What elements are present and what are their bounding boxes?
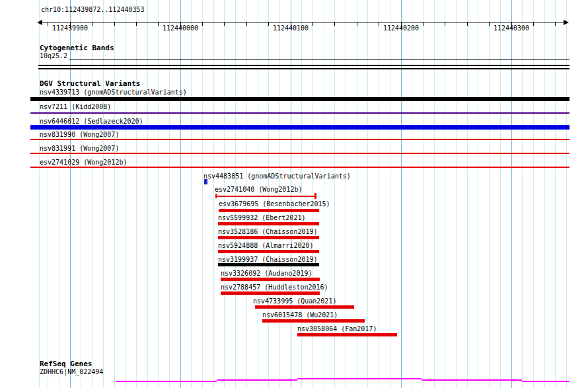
variant-label-nsv3528186[interactable]: nsv3528186 (Chaisson2019) [218, 228, 318, 236]
refseq-gene-line-segment[interactable] [217, 379, 297, 381]
ruler-tick-label: 112440300 [492, 24, 531, 32]
gridline [423, 0, 423, 388]
ruler-minor-tick [423, 22, 423, 26]
gridline [103, 0, 104, 388]
variant-glyph-nsv3326092[interactable] [221, 278, 320, 281]
ruler-minor-tick [533, 22, 534, 26]
section-separator-line [38, 68, 570, 69]
gridline [544, 0, 545, 388]
gridline [478, 0, 478, 388]
variant-glyph-nsv6446012[interactable] [30, 125, 570, 130]
gridline [125, 0, 126, 388]
gridline [566, 0, 567, 388]
cytogenetic-bands-header: Cytogenetic Bands [40, 44, 114, 52]
ruler-minor-tick [136, 22, 137, 26]
variant-label-nsv831991[interactable]: nsv831991 (Wong2007) [40, 145, 119, 153]
gridline [279, 0, 280, 388]
gridline [489, 0, 490, 388]
refseq-gene-line-segment[interactable] [116, 381, 217, 382]
refseq-gene-label[interactable]: ZDHHC6|NM_022494 [40, 368, 103, 376]
variant-label-nsv2788457[interactable]: nsv2788457 (Huddleston2016) [221, 284, 328, 291]
ruler-minor-tick [48, 22, 48, 26]
genome-browser-canvas: chr10:112439872..112440353 1124399001124… [0, 0, 588, 388]
gridline [191, 0, 192, 388]
variant-label-esv2741040[interactable]: esv2741040 (Wong2012b) [215, 186, 302, 194]
gridline [533, 0, 534, 388]
ruler-tick-label: 112439900 [50, 24, 90, 32]
gridline [456, 0, 457, 388]
variant-label-nsv5924888[interactable]: nsv5924888 (Almarri2020) [218, 242, 314, 250]
ruler-minor-tick [334, 22, 335, 26]
ruler-minor-tick [224, 22, 225, 26]
refseq-genes-header: RefSeq Genes [40, 360, 92, 368]
ruler-minor-tick [92, 22, 92, 26]
gridline [169, 0, 170, 388]
variant-glyph-nsv7211[interactable] [30, 112, 570, 114]
variant-label-nsv4483851[interactable]: nsv4483851 (gnomADStructuralVariants) [203, 173, 351, 180]
variant-glyph-nsv831990[interactable] [30, 139, 570, 140]
ruler-minor-tick [445, 22, 445, 26]
gridline [467, 0, 468, 388]
variant-label-nsv3326092[interactable]: nsv3326092 (Audano2019) [221, 270, 312, 278]
variant-glyph-nsv3199937[interactable] [218, 263, 319, 266]
variant-glyph-esv3679695[interactable] [219, 209, 319, 212]
gridline-major [70, 0, 71, 388]
variant-glyph-nsv831991[interactable] [30, 153, 570, 154]
ruler-minor-tick [246, 22, 247, 26]
variant-label-esv3679695[interactable]: esv3679695 (Besenbacher2015) [219, 200, 330, 208]
variant-label-nsv4733995[interactable]: nsv4733995 (Quan2021) [253, 297, 336, 305]
variant-whisker-left-cap[interactable] [215, 194, 217, 198]
ruler-minor-tick [467, 22, 468, 26]
ruler-tick-label: 112440200 [381, 24, 421, 32]
cytoband-line[interactable] [69, 59, 570, 60]
gridline [500, 0, 501, 388]
gridline-major [511, 0, 512, 388]
variant-glyph-nsv5599932[interactable] [218, 222, 319, 225]
ruler-minor-tick [158, 22, 159, 26]
refseq-gene-line-segment[interactable] [297, 378, 422, 379]
variant-label-nsv831990[interactable]: nsv831990 (Wong2007) [40, 131, 119, 139]
region-title: chr10:112439872..112440353 [41, 6, 145, 14]
variant-label-nsv3058064[interactable]: nsv3058064 (Fan2017) [297, 325, 377, 333]
gridline [81, 0, 81, 388]
gridline [445, 0, 445, 388]
ruler-minor-tick [489, 22, 490, 26]
gridline [136, 0, 137, 388]
variant-label-nsv4339713[interactable]: nsv4339713 (gnomADStructuralVariants) [40, 89, 187, 97]
refseq-gene-line-segment[interactable] [522, 381, 570, 382]
gridline [268, 0, 269, 388]
ruler-minor-tick [114, 22, 115, 26]
variant-glyph-nsv4733995[interactable] [255, 305, 354, 309]
gridline [92, 0, 92, 388]
ruler-axis-line [39, 22, 567, 22]
ruler-minor-tick [202, 22, 203, 26]
gridline [522, 0, 523, 388]
refseq-gene-line-segment[interactable] [422, 379, 522, 381]
variant-glyph-nsv5924888[interactable] [218, 250, 319, 253]
variant-glyph-esv2741029[interactable] [30, 167, 570, 168]
gridline [390, 0, 390, 388]
ruler-minor-tick [357, 22, 357, 26]
variant-glyph-nsv3528186[interactable] [218, 236, 319, 239]
ruler-minor-tick [268, 22, 269, 26]
variant-glyph-nsv4483851[interactable] [204, 179, 207, 184]
variant-glyph-nsv2788457[interactable] [221, 291, 320, 295]
variant-glyph-nsv6015478[interactable] [262, 319, 365, 323]
ruler-right-arrow-icon [564, 20, 569, 25]
variant-label-esv2741029[interactable]: esv2741029 (Wong2012b) [40, 159, 127, 167]
variant-label-nsv5599932[interactable]: nsv5599932 (Ebert2021) [218, 214, 305, 222]
ruler-tick-label: 112440100 [271, 24, 311, 32]
gridline [114, 0, 115, 388]
gridline [235, 0, 236, 388]
variant-glyph-nsv4339713[interactable] [30, 97, 570, 101]
variant-whisker-right-cap[interactable] [314, 193, 316, 199]
gridline [147, 0, 148, 388]
variant-label-nsv6015478[interactable]: nsv6015478 (Wu2021) [262, 311, 338, 319]
gridline [224, 0, 225, 388]
variant-label-nsv7211[interactable]: nsv7211 (Kidd2008) [40, 103, 111, 111]
variant-glyph-esv2741040[interactable] [215, 196, 316, 197]
ruler-tick-label: 112440000 [161, 24, 200, 32]
variant-glyph-nsv3058064[interactable] [297, 333, 397, 336]
ruler-left-arrow-icon [37, 20, 42, 25]
cytoband-label[interactable]: 10q25.2 [40, 52, 67, 60]
